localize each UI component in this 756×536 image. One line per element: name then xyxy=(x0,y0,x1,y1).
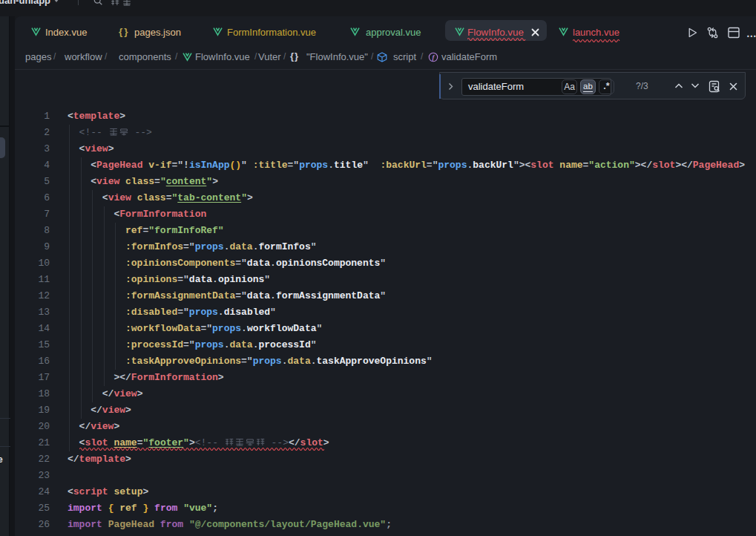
svg-text:f: f xyxy=(433,53,435,61)
